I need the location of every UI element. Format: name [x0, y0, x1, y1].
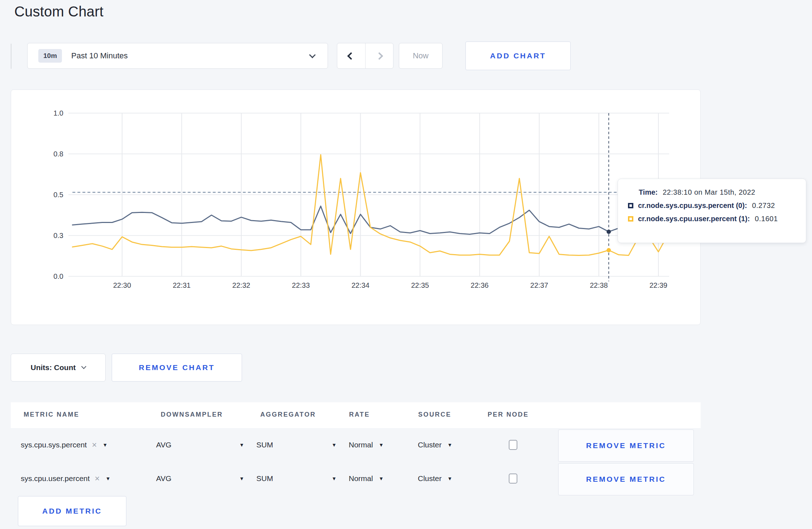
x-axis-tick-label: 22:30 — [113, 281, 131, 289]
col-header-rate: RATE — [349, 411, 370, 418]
col-header-per-node: PER NODE — [488, 411, 529, 418]
downsampler-select[interactable]: AVG ▼ — [156, 462, 244, 495]
tooltip-series-value: 0.2732 — [752, 202, 775, 210]
series-user-swatch-icon — [628, 216, 633, 222]
x-axis-tick-label: 22:36 — [471, 281, 489, 289]
aggregator-value: SUM — [256, 441, 273, 449]
rate-value: Normal — [349, 441, 373, 449]
tooltip-series-row: cr.node.sys.cpu.user.percent (1): 0.1601 — [628, 215, 806, 223]
chart-card[interactable]: 1.00.80.50.30.022:3022:3122:3222:3322:34… — [11, 89, 701, 325]
caret-down-icon: ▼ — [332, 476, 337, 481]
source-value: Cluster — [418, 441, 442, 449]
series-sys-swatch-icon — [628, 203, 633, 208]
series-line-cr.node.sys.cpu.sys.percent — [72, 206, 668, 234]
time-window-badge: 10m — [38, 49, 62, 63]
x-axis-tick-label: 22:32 — [232, 281, 250, 289]
downsampler-value: AVG — [156, 441, 171, 449]
downsampler-select[interactable]: AVG ▼ — [156, 428, 244, 462]
metric-name-select[interactable]: sys.cpu.user.percent × ▼ — [21, 462, 110, 495]
units-label: Units: Count — [31, 363, 76, 372]
col-header-downsampler: DOWNSAMPLER — [161, 411, 223, 418]
page-title: Custom Chart — [14, 4, 103, 20]
caret-down-icon: ▼ — [448, 476, 453, 481]
caret-down-icon: ▼ — [239, 442, 244, 448]
time-window-label: Past 10 Minutes — [71, 51, 128, 60]
chevron-down-icon — [309, 52, 315, 58]
metric-name-select[interactable]: sys.cpu.sys.percent × ▼ — [21, 428, 107, 462]
timeseries-chart[interactable]: 1.00.80.50.30.022:3022:3122:3222:3322:34… — [11, 90, 700, 324]
aggregator-select[interactable]: SUM ▼ — [256, 462, 337, 495]
metric-name-value: sys.cpu.sys.percent — [21, 441, 87, 449]
caret-down-icon: ▼ — [239, 476, 244, 481]
units-select[interactable]: Units: Count — [11, 354, 106, 382]
rate-value: Normal — [349, 474, 373, 483]
time-window-select[interactable]: 10m Past 10 Minutes — [27, 43, 328, 69]
y-axis-tick-label: 0.5 — [53, 191, 63, 199]
x-axis-tick-label: 22:31 — [173, 281, 190, 289]
close-icon[interactable]: × — [95, 474, 100, 484]
source-select[interactable]: Cluster ▼ — [418, 428, 452, 462]
series-line-cr.node.sys.cpu.user.percent — [72, 155, 668, 255]
chart-tooltip: Time: 22:38:10 on Mar 15th, 2022 cr.node… — [618, 179, 806, 243]
source-select[interactable]: Cluster ▼ — [418, 462, 452, 495]
caret-down-icon: ▼ — [106, 476, 111, 481]
add-chart-button[interactable]: ADD CHART — [465, 42, 571, 70]
add-metric-button[interactable]: ADD METRIC — [18, 496, 126, 526]
x-axis-tick-label: 22:33 — [292, 281, 310, 289]
tooltip-series-row: cr.node.sys.cpu.sys.percent (0): 0.2732 — [628, 202, 806, 210]
remove-metric-button[interactable]: REMOVE METRIC — [558, 463, 694, 495]
remove-chart-button[interactable]: REMOVE CHART — [112, 354, 242, 382]
downsampler-value: AVG — [156, 474, 171, 483]
time-nav-group — [337, 43, 393, 69]
caret-down-icon: ▼ — [332, 442, 337, 448]
chevron-left-icon — [347, 52, 355, 59]
aggregator-value: SUM — [256, 474, 273, 483]
rate-select[interactable]: Normal ▼ — [349, 462, 384, 495]
hover-point-dot — [606, 229, 611, 234]
caret-down-icon: ▼ — [448, 442, 453, 448]
now-button[interactable]: Now — [399, 43, 443, 69]
metrics-table-header: METRIC NAME DOWNSAMPLER AGGREGATOR RATE … — [11, 402, 701, 428]
caret-down-icon: ▼ — [102, 442, 107, 448]
hover-point-dot — [606, 248, 611, 252]
y-axis-tick-label: 0.3 — [53, 232, 63, 239]
caret-down-icon: ▼ — [379, 442, 384, 448]
tooltip-time-value: 22:38:10 on Mar 15th, 2022 — [663, 188, 755, 196]
tooltip-series-name: cr.node.sys.cpu.user.percent (1): — [638, 215, 750, 223]
tooltip-time-label: Time: — [639, 188, 658, 196]
col-header-metric-name: METRIC NAME — [24, 411, 79, 418]
col-header-aggregator: AGGREGATOR — [260, 411, 316, 418]
close-icon[interactable]: × — [92, 440, 97, 450]
source-value: Cluster — [418, 474, 442, 483]
caret-down-icon: ▼ — [379, 476, 384, 481]
chevron-down-icon — [81, 364, 86, 369]
metric-row: sys.cpu.sys.percent × ▼ AVG ▼ SUM ▼ Norm… — [11, 428, 701, 462]
y-axis-tick-label: 0.0 — [53, 272, 63, 280]
rate-select[interactable]: Normal ▼ — [349, 428, 384, 462]
prev-time-button[interactable] — [337, 43, 366, 68]
x-axis-tick-label: 22:37 — [530, 281, 548, 289]
col-header-source: SOURCE — [418, 411, 451, 418]
toolbar-divider — [11, 44, 11, 69]
metric-name-value: sys.cpu.user.percent — [21, 474, 90, 483]
x-axis-tick-label: 22:35 — [411, 281, 429, 289]
x-axis-tick-label: 22:39 — [649, 281, 667, 289]
chevron-right-icon — [376, 52, 383, 59]
tooltip-series-name: cr.node.sys.cpu.sys.percent (0): — [638, 202, 747, 210]
x-axis-tick-label: 22:38 — [590, 281, 608, 289]
per-node-checkbox[interactable] — [509, 474, 517, 484]
remove-metric-button[interactable]: REMOVE METRIC — [558, 429, 694, 462]
per-node-checkbox[interactable] — [509, 440, 517, 450]
next-time-button[interactable] — [366, 43, 393, 68]
aggregator-select[interactable]: SUM ▼ — [256, 428, 337, 462]
metric-row: sys.cpu.user.percent × ▼ AVG ▼ SUM ▼ Nor… — [11, 462, 701, 495]
tooltip-time-row: Time: 22:38:10 on Mar 15th, 2022 — [628, 188, 806, 196]
y-axis-tick-label: 1.0 — [53, 109, 63, 117]
tooltip-series-value: 0.1601 — [755, 215, 778, 223]
y-axis-tick-label: 0.8 — [53, 150, 63, 158]
x-axis-tick-label: 22:34 — [352, 281, 369, 289]
